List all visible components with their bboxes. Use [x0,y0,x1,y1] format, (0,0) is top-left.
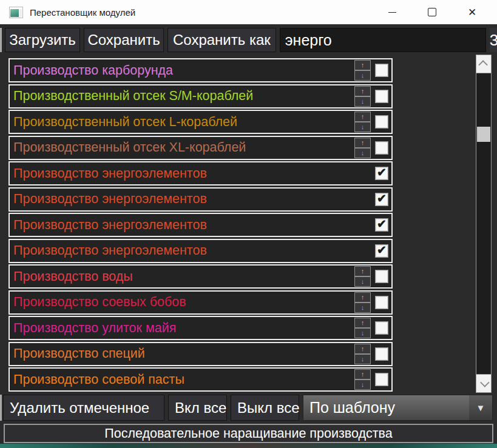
move-down-button[interactable]: ↓ [354,379,371,390]
module-checkbox[interactable] [375,347,388,361]
arrow-up-icon: ↑ [361,88,365,95]
checkmark-icon: ✔ [377,244,387,256]
arrow-up-icon: ↑ [361,268,365,275]
arrow-down-icon: ↓ [361,150,365,156]
move-down-button[interactable]: ↓ [354,148,371,158]
module-row[interactable]: Производство улиток майя ↑ ↓ [8,316,393,340]
module-checkbox[interactable] [375,296,388,309]
module-name: Производство энергоэлементов [13,192,371,207]
module-name: Производство энергоэлементов [13,166,371,181]
minimize-icon [388,12,396,13]
module-checkbox[interactable] [375,321,388,335]
template-mode-select[interactable]: По шаблону ▼ [303,395,493,421]
sequential-production-button[interactable]: Последовательное наращивание производств… [4,424,493,443]
module-row[interactable]: Производство энергоэлементов ↑ ↓ ✔ [8,187,393,212]
module-checkbox[interactable] [375,373,388,386]
reorder-handles: ↑ ↓ [354,369,371,390]
move-down-button[interactable]: ↓ [354,70,371,81]
minimize-button[interactable] [372,0,412,24]
move-down-button[interactable]: ↓ [354,328,371,338]
delete-marked-button[interactable]: Удалить отмеченное [3,395,164,421]
move-up-button[interactable]: ↑ [354,60,371,70]
module-row[interactable]: Производственный отсек L-кораблей ↑ ↓ [8,110,393,134]
module-row[interactable]: Производственный отсек XL-кораблей ↑ ↓ [8,136,393,160]
move-down-button[interactable]: ↓ [354,122,371,132]
window-left-edge [0,28,2,52]
scroll-down-button[interactable] [476,374,492,393]
reorder-handles: ↑ ↓ [354,344,371,364]
arrow-up-icon: ↑ [361,319,365,326]
reorder-handles: ↑ ↓ [354,292,371,313]
move-down-button[interactable]: ↓ [354,354,371,364]
module-checkbox[interactable] [375,64,388,77]
module-row[interactable]: Производство энергоэлементов ↑ ↓ ✔ [8,213,393,237]
module-row[interactable]: Производственный отсек S/M-кораблей ↑ ↓ [8,84,393,109]
arrow-up-icon: ↑ [361,113,365,120]
disable-all-button[interactable]: Выкл все [231,395,299,421]
module-checkbox[interactable] [375,115,388,129]
module-name: Производство энергоэлементов [13,218,371,233]
arrow-down-icon: ↓ [361,356,365,363]
arrow-down-icon: ↓ [361,72,365,79]
move-up-button[interactable]: ↑ [354,86,371,96]
arrow-up-icon: ↑ [361,62,365,69]
reorder-handles: ↑ ↓ [354,266,371,287]
scrollbar-thumb[interactable] [477,127,490,142]
module-row[interactable]: Производство специй ↑ ↓ [8,342,393,366]
move-up-button[interactable]: ↑ [354,112,371,122]
scrollbar-track[interactable] [476,73,492,374]
move-up-button[interactable]: ↑ [354,369,371,379]
module-checkbox[interactable]: ✔ [375,244,388,258]
titlebar: Перестановщик модулей ✕ [0,0,497,24]
move-up-button[interactable]: ↑ [354,344,371,354]
enable-all-button[interactable]: Вкл все [168,395,227,421]
chevron-up-icon [478,60,488,70]
move-down-button[interactable]: ↓ [354,96,371,107]
arrow-up-icon: ↑ [361,294,365,301]
module-name: Производственный отсек XL-кораблей [13,140,354,155]
module-name: Производство энергоэлементов [13,243,371,258]
module-list: Производство карборунда ↑ ↓ Производстве… [8,58,393,393]
module-row[interactable]: Производство воды ↑ ↓ [8,264,393,289]
move-down-button[interactable]: ↓ [354,303,371,313]
module-checkbox[interactable] [375,141,388,155]
module-checkbox[interactable]: ✔ [375,193,388,206]
module-name: Производство воды [13,269,354,284]
module-row[interactable]: Производство карборунда ↑ ↓ [8,58,393,82]
maximize-icon [428,8,436,16]
move-up-button[interactable]: ↑ [354,138,371,148]
scroll-up-button[interactable] [476,55,492,73]
checkmark-icon: ✔ [377,218,387,230]
load-button[interactable]: Загрузить [5,28,80,52]
module-row[interactable]: Производство энергоэлементов ↑ ↓ ✔ [8,239,393,263]
combo-dropdown-icon[interactable]: ▼ [469,395,492,420]
close-button[interactable]: ✕ [452,0,492,24]
module-row[interactable]: Производство энергоэлементов ↑ ↓ ✔ [8,161,393,186]
module-checkbox[interactable] [375,90,388,103]
window-title: Перестановщик модулей [30,7,135,18]
module-name: Производство соевой пасты [13,372,354,387]
module-checkbox[interactable]: ✔ [375,218,388,232]
module-row[interactable]: Производство соевых бобов ↑ ↓ [8,290,393,315]
template-mode-value: По шаблону [309,399,395,416]
move-down-button[interactable]: ↓ [354,276,371,287]
module-name: Производство специй [13,346,354,361]
arrow-up-icon: ↑ [361,346,365,352]
module-count-label: 34 [490,28,497,52]
save-button[interactable]: Сохранить [84,28,164,52]
arrow-down-icon: ↓ [361,304,365,311]
arrow-down-icon: ↓ [361,330,365,336]
move-up-button[interactable]: ↑ [354,318,371,328]
maximize-button[interactable] [412,0,452,24]
template-name-input[interactable] [280,28,486,52]
module-checkbox[interactable]: ✔ [375,167,388,180]
arrow-up-icon: ↑ [361,371,365,378]
module-row[interactable]: Производство соевой пасты ↑ ↓ [8,367,393,392]
save-as-button[interactable]: Сохранить как [167,28,276,52]
reorder-handles: ↑ ↓ [354,138,371,158]
module-checkbox[interactable] [375,270,388,283]
caption-buttons: ✕ [372,0,492,24]
footer-toolbar: Удалить отмеченное Вкл все Выкл все По ш… [3,395,493,421]
move-up-button[interactable]: ↑ [354,266,371,276]
move-up-button[interactable]: ↑ [354,292,371,303]
